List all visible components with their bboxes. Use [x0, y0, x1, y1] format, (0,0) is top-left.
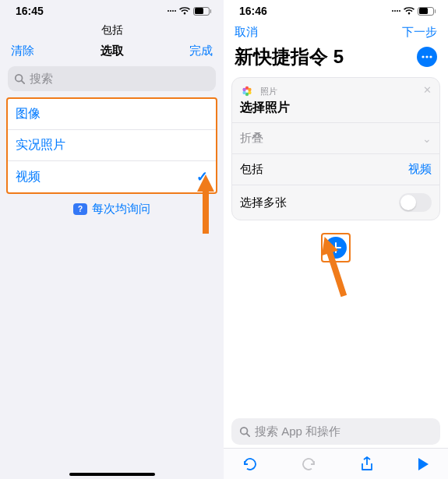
row-include[interactable]: 包括 视频 — [232, 153, 439, 185]
row-multi: 选择多张 — [232, 185, 439, 220]
card-header: 照片 ✕ — [232, 78, 439, 100]
svg-point-3 — [422, 55, 424, 58]
option-label: 实况照片 — [16, 137, 65, 153]
svg-point-10 — [242, 91, 245, 94]
search-input-left[interactable]: 搜索 — [8, 66, 216, 91]
more-button[interactable] — [417, 47, 437, 67]
app-name-label: 照片 — [260, 86, 277, 97]
play-icon — [417, 457, 429, 471]
redo-icon — [301, 456, 316, 472]
add-action-button[interactable] — [325, 237, 347, 259]
bottom-area: 搜索 App 和操作 — [224, 418, 448, 479]
row-collapse[interactable]: 折叠 ⌄ — [232, 122, 439, 153]
battery-icon — [193, 7, 210, 16]
right-screenshot: 16:46 取消 下一步 新快捷指令 5 照片 ✕ — [224, 0, 448, 479]
svg-line-1 — [22, 81, 25, 84]
left-screenshot: 16:45 包括 清除 选取 完成 搜索 图像 实况照片 视频 — [0, 0, 224, 479]
sheet-supertitle: 包括 — [0, 22, 224, 41]
option-videos[interactable]: 视频 ✓ — [8, 161, 216, 192]
checkmark-icon: ✓ — [196, 168, 208, 185]
status-icons — [168, 7, 210, 16]
battery-icon — [418, 7, 434, 16]
done-button[interactable]: 完成 — [189, 44, 213, 58]
action-title: 选择照片 — [232, 100, 439, 122]
status-icons — [392, 7, 434, 16]
redo-button — [301, 456, 316, 472]
cellular-icon — [392, 10, 400, 12]
include-value: 视频 — [408, 162, 432, 177]
shortcut-header: 新快捷指令 5 — [224, 43, 448, 76]
collapse-label: 折叠 — [240, 131, 263, 146]
home-indicator-left — [69, 473, 155, 476]
option-label: 视频 — [16, 169, 41, 185]
multi-label: 选择多张 — [240, 195, 287, 210]
svg-point-11 — [242, 88, 245, 91]
picker-bar: 清除 选取 完成 — [0, 41, 224, 63]
add-button-highlight — [321, 233, 351, 262]
share-button[interactable] — [360, 456, 374, 472]
search-icon — [239, 426, 250, 437]
status-time: 16:45 — [16, 5, 44, 17]
toolbar — [224, 448, 448, 479]
play-button[interactable] — [417, 457, 429, 471]
clear-button[interactable]: 清除 — [11, 44, 34, 58]
undo-icon — [242, 456, 258, 472]
remove-action-button[interactable]: ✕ — [423, 84, 432, 96]
next-button[interactable]: 下一步 — [402, 25, 437, 40]
ask-each-label: 每次均询问 — [92, 202, 150, 217]
action-card: 照片 ✕ 选择照片 折叠 ⌄ 包括 视频 选择多张 — [231, 77, 440, 220]
options-list-highlight: 图像 实况照片 视频 ✓ — [6, 97, 217, 194]
svg-point-5 — [429, 55, 432, 58]
wifi-icon — [179, 7, 190, 16]
nav-bar-right: 取消 下一步 — [224, 22, 448, 43]
svg-line-14 — [247, 434, 250, 437]
search-placeholder-left: 搜索 — [30, 72, 53, 86]
ask-each-time-row[interactable]: ? 每次均询问 — [0, 194, 224, 224]
undo-button[interactable] — [242, 456, 258, 472]
status-bar-right: 16:46 — [224, 0, 448, 22]
status-bar-left: 16:45 — [0, 0, 224, 22]
option-label: 图像 — [16, 106, 41, 122]
cellular-icon — [168, 10, 176, 12]
ask-icon: ? — [73, 203, 87, 215]
search-actions-input[interactable]: 搜索 App 和操作 — [231, 418, 440, 445]
svg-point-4 — [425, 55, 428, 58]
cancel-button[interactable]: 取消 — [235, 25, 258, 40]
plus-icon — [330, 242, 341, 253]
multi-toggle[interactable] — [399, 193, 432, 212]
shortcut-title[interactable]: 新快捷指令 5 — [235, 44, 344, 69]
share-icon — [360, 456, 374, 472]
option-live-photos[interactable]: 实况照片 — [8, 130, 216, 161]
include-label: 包括 — [240, 162, 263, 177]
status-time: 16:46 — [239, 5, 267, 17]
add-action-area — [224, 222, 448, 273]
search-icon — [14, 73, 25, 84]
svg-point-7 — [248, 88, 251, 91]
ellipsis-icon — [422, 55, 432, 58]
photos-app-icon — [240, 84, 254, 98]
picker-title: 选取 — [101, 44, 124, 58]
option-images[interactable]: 图像 — [8, 99, 216, 130]
svg-marker-15 — [418, 458, 429, 470]
search-placeholder-right: 搜索 App 和操作 — [255, 424, 340, 439]
chevron-down-icon: ⌄ — [422, 132, 432, 145]
wifi-icon — [404, 7, 414, 16]
